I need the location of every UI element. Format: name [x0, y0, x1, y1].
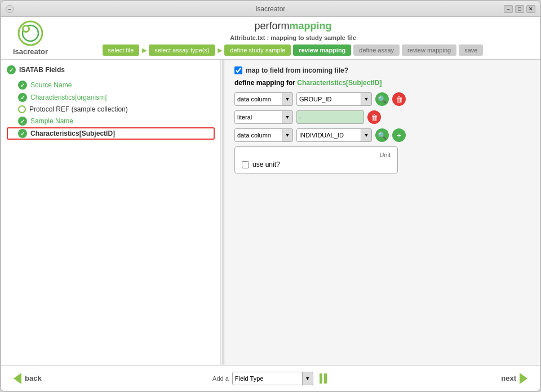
title-bar: – isacreator – □ ✕ [1, 1, 540, 17]
close-button[interactable]: ✕ [526, 5, 535, 13]
use-unit-label: use unit? [252, 161, 280, 168]
protocol-ref-empty-icon [18, 105, 26, 113]
isatab-header: ✓ ISATAB Fields [7, 65, 215, 74]
window-controls: – [6, 5, 14, 13]
type-select-1[interactable]: data column literal ontology term [234, 92, 285, 106]
arrow-1: ► [140, 46, 148, 55]
define-mapping-label: define mapping for Characteristics[Subje… [234, 79, 531, 87]
subjectid-label: Characteristics[SubjectID] [30, 130, 115, 137]
maximize-button[interactable]: □ [515, 5, 524, 13]
svg-point-3 [24, 26, 28, 31]
value-select-wrapper-3: INDIVIDUAL_ID GROUP_ID SUBJECT_ID ▼ [296, 128, 372, 142]
type-select-wrapper-3: data column literal ontology term ▼ [234, 128, 293, 142]
right-panel: map to field from incoming file? define … [225, 60, 540, 365]
delete-button-2[interactable]: 🗑 [367, 110, 381, 124]
protocol-ref-label: Protocol REF (sample collection) [29, 105, 128, 113]
minimize-button[interactable]: – [6, 5, 14, 13]
sample-name-label: Sample Name [30, 117, 73, 125]
isatab-check-icon: ✓ [7, 65, 16, 74]
source-name-check-icon: ✓ [18, 81, 27, 90]
type-select-2[interactable]: literal data column ontology term [234, 110, 285, 124]
logo-svg [17, 20, 43, 46]
value-select-arrow-3[interactable]: ▼ [361, 128, 372, 142]
logo-area: isacreator [8, 20, 53, 56]
use-unit-row: use unit? [242, 161, 391, 168]
unit-title: Unit [242, 152, 391, 158]
map-label: map to field from incoming file? [246, 66, 348, 74]
value-select-3[interactable]: INDIVIDUAL_ID GROUP_ID SUBJECT_ID [296, 128, 364, 142]
value-select-wrapper-1: GROUP_ID INDIVIDUAL_ID SUBJECT_ID ▼ [296, 92, 372, 106]
field-item-characteristics-organism[interactable]: ✓ Characteristics[organism] [7, 91, 215, 104]
step-save[interactable]: save [459, 44, 483, 56]
isatab-label: ISATAB Fields [19, 66, 65, 74]
pause-bar-left [320, 373, 322, 384]
bottom-bar: back Add a Field Type ▼ next [1, 365, 540, 391]
mapping-row-3: data column literal ontology term ▼ INDI… [234, 128, 531, 142]
value-select-arrow-1[interactable]: ▼ [361, 92, 372, 106]
header-center: performmapping Attribute.txt : mapping t… [53, 20, 533, 56]
field-item-protocol-ref[interactable]: Protocol REF (sample collection) [7, 104, 215, 115]
field-type-select-wrapper: Field Type ▼ [232, 372, 313, 385]
organism-check-icon: ✓ [18, 93, 27, 102]
pause-bar-right [324, 373, 327, 384]
type-select-arrow-2[interactable]: ▼ [282, 110, 293, 124]
search-button-3[interactable]: 🔍 [375, 128, 389, 142]
literal-input-2[interactable] [296, 110, 364, 124]
field-item-characteristics-subjectid[interactable]: ✓ Characteristics[SubjectID] [7, 127, 215, 140]
file-subtitle: Attribute.txt : mapping to study sample … [230, 34, 356, 41]
arrow-2: ► [216, 46, 224, 55]
type-select-wrapper-2: literal data column ontology term ▼ [234, 110, 293, 124]
add-field-row: Add a Field Type ▼ [212, 372, 330, 385]
type-select-3[interactable]: data column literal ontology term [234, 128, 285, 142]
window-title: isacreator [256, 5, 286, 13]
map-checkbox[interactable] [234, 66, 242, 74]
map-checkbox-row: map to field from incoming file? [234, 66, 531, 74]
steps-bar: select file ► select assay type(s) ► def… [103, 44, 484, 56]
left-panel: ✓ ISATAB Fields ✓ Source Name ✓ Characte… [1, 60, 221, 365]
type-select-arrow-1[interactable]: ▼ [282, 92, 293, 106]
back-label: back [25, 374, 42, 382]
step-select-file[interactable]: select file [103, 44, 140, 56]
mapping-field-name: Characteristics[SubjectID] [297, 79, 382, 87]
field-item-sample-name[interactable]: ✓ Sample Name [7, 115, 215, 127]
app-window: – isacreator – □ ✕ isacreator performmap… [1, 1, 540, 391]
perform-text: perform [254, 20, 289, 32]
next-arrow-icon [520, 373, 527, 384]
step-review-mapping-1[interactable]: review mapping [293, 44, 351, 56]
mapping-row-1: data column literal ontology term ▼ GROU… [234, 92, 531, 106]
field-type-select[interactable]: Field Type [232, 372, 305, 385]
field-list: ✓ Source Name ✓ Characteristics[organism… [7, 79, 215, 359]
app-header: isacreator performmapping Attribute.txt … [1, 17, 540, 60]
step-review-mapping-2[interactable]: review mapping [402, 44, 456, 56]
search-button-1[interactable]: 🔍 [375, 92, 389, 106]
app-name: isacreator [13, 47, 48, 56]
add-field-label: Add a [212, 375, 229, 382]
source-name-label: Source Name [30, 81, 72, 89]
unit-box: Unit use unit? [234, 146, 398, 173]
mapping-text: mapping [290, 20, 332, 32]
next-label: next [501, 374, 516, 382]
step-select-assay[interactable]: select assay type(s) [149, 44, 215, 56]
type-select-arrow-3[interactable]: ▼ [282, 128, 293, 142]
back-button[interactable]: back [8, 371, 47, 386]
subjectid-check-icon: ✓ [18, 129, 27, 138]
window-controls-right: – □ ✕ [504, 5, 535, 13]
pause-button[interactable] [317, 372, 330, 385]
field-type-arrow[interactable]: ▼ [302, 372, 313, 385]
sample-name-check-icon: ✓ [18, 117, 27, 126]
main-content: ✓ ISATAB Fields ✓ Source Name ✓ Characte… [1, 60, 540, 365]
field-item-source-name[interactable]: ✓ Source Name [7, 79, 215, 91]
back-arrow-icon [14, 373, 21, 384]
next-button[interactable]: next [495, 371, 533, 386]
use-unit-checkbox[interactable] [242, 161, 249, 168]
panel-divider[interactable] [222, 60, 224, 365]
step-define-assay[interactable]: define assay [353, 44, 400, 56]
step-define-study[interactable]: define study sample [224, 44, 291, 56]
mapping-row-2: literal data column ontology term ▼ 🗑 [234, 110, 531, 124]
type-select-wrapper-1: data column literal ontology term ▼ [234, 92, 293, 106]
minimize-right-button[interactable]: – [504, 5, 513, 13]
value-select-1[interactable]: GROUP_ID INDIVIDUAL_ID SUBJECT_ID [296, 92, 364, 106]
organism-label: Characteristics[organism] [30, 93, 107, 101]
add-button-3[interactable]: + [392, 128, 406, 142]
delete-button-1[interactable]: 🗑 [392, 92, 406, 106]
